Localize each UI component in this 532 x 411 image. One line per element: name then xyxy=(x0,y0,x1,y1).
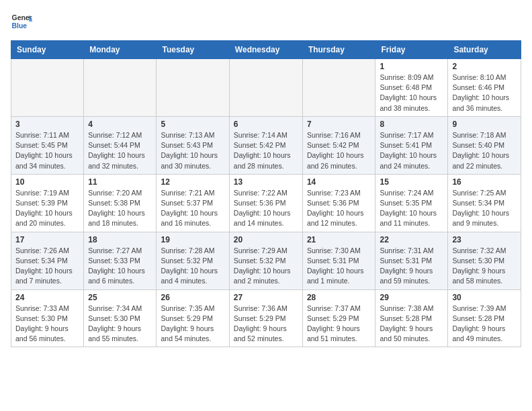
calendar-cell xyxy=(84,59,157,117)
day-info: Sunrise: 7:11 AM Sunset: 5:45 PM Dayligh… xyxy=(15,130,79,171)
calendar-cell: 23Sunrise: 7:32 AM Sunset: 5:30 PM Dayli… xyxy=(448,232,521,289)
calendar-cell: 10Sunrise: 7:19 AM Sunset: 5:39 PM Dayli… xyxy=(11,174,84,232)
day-number: 21 xyxy=(307,235,371,244)
calendar-cell: 1Sunrise: 8:09 AM Sunset: 6:48 PM Daylig… xyxy=(375,59,448,117)
day-info: Sunrise: 7:33 AM Sunset: 5:30 PM Dayligh… xyxy=(15,304,79,345)
calendar-cell: 25Sunrise: 7:34 AM Sunset: 5:30 PM Dayli… xyxy=(84,289,157,347)
weekday-thursday: Thursday xyxy=(302,41,375,59)
day-info: Sunrise: 7:14 AM Sunset: 5:42 PM Dayligh… xyxy=(234,130,298,171)
weekday-saturday: Saturday xyxy=(448,41,521,59)
calendar-cell: 19Sunrise: 7:28 AM Sunset: 5:32 PM Dayli… xyxy=(157,232,229,289)
calendar-cell: 20Sunrise: 7:29 AM Sunset: 5:32 PM Dayli… xyxy=(229,232,302,289)
calendar-table: SundayMondayTuesdayWednesdayThursdayFrid… xyxy=(11,40,521,347)
day-info: Sunrise: 7:38 AM Sunset: 5:28 PM Dayligh… xyxy=(380,304,443,345)
calendar-cell: 27Sunrise: 7:36 AM Sunset: 5:29 PM Dayli… xyxy=(229,289,302,347)
day-info: Sunrise: 7:31 AM Sunset: 5:31 PM Dayligh… xyxy=(380,246,443,287)
day-number: 17 xyxy=(15,235,79,244)
calendar-cell: 2Sunrise: 8:10 AM Sunset: 6:46 PM Daylig… xyxy=(448,59,521,117)
day-number: 2 xyxy=(452,62,517,71)
day-info: Sunrise: 8:10 AM Sunset: 6:46 PM Dayligh… xyxy=(452,73,517,113)
day-info: Sunrise: 7:12 AM Sunset: 5:44 PM Dayligh… xyxy=(88,130,152,171)
day-number: 11 xyxy=(88,177,152,187)
day-info: Sunrise: 7:30 AM Sunset: 5:31 PM Dayligh… xyxy=(307,246,371,287)
calendar-cell: 29Sunrise: 7:38 AM Sunset: 5:28 PM Dayli… xyxy=(375,289,448,347)
day-info: Sunrise: 7:35 AM Sunset: 5:29 PM Dayligh… xyxy=(161,304,224,345)
day-number: 4 xyxy=(88,120,152,129)
calendar-week-5: 24Sunrise: 7:33 AM Sunset: 5:30 PM Dayli… xyxy=(11,289,521,347)
day-number: 28 xyxy=(307,293,371,302)
day-number: 5 xyxy=(161,120,224,129)
day-info: Sunrise: 7:21 AM Sunset: 5:37 PM Dayligh… xyxy=(161,188,224,229)
day-number: 6 xyxy=(234,120,298,129)
calendar-cell: 13Sunrise: 7:22 AM Sunset: 5:36 PM Dayli… xyxy=(229,174,302,232)
calendar-cell: 11Sunrise: 7:20 AM Sunset: 5:38 PM Dayli… xyxy=(84,174,157,232)
calendar-cell xyxy=(11,59,84,117)
svg-text:Blue: Blue xyxy=(12,22,28,30)
calendar-cell: 16Sunrise: 7:25 AM Sunset: 5:34 PM Dayli… xyxy=(448,174,521,232)
day-number: 23 xyxy=(452,235,517,244)
day-number: 9 xyxy=(452,120,517,129)
calendar-cell: 12Sunrise: 7:21 AM Sunset: 5:37 PM Dayli… xyxy=(157,174,229,232)
day-number: 13 xyxy=(234,177,298,187)
day-info: Sunrise: 7:26 AM Sunset: 5:34 PM Dayligh… xyxy=(15,246,79,287)
calendar-cell xyxy=(302,59,375,117)
calendar-cell: 22Sunrise: 7:31 AM Sunset: 5:31 PM Dayli… xyxy=(375,232,448,289)
calendar-cell xyxy=(157,59,229,117)
day-number: 25 xyxy=(88,293,152,302)
day-info: Sunrise: 8:09 AM Sunset: 6:48 PM Dayligh… xyxy=(380,73,443,113)
calendar-week-3: 10Sunrise: 7:19 AM Sunset: 5:39 PM Dayli… xyxy=(11,174,521,232)
day-info: Sunrise: 7:29 AM Sunset: 5:32 PM Dayligh… xyxy=(234,246,298,287)
day-info: Sunrise: 7:25 AM Sunset: 5:34 PM Dayligh… xyxy=(452,188,517,229)
day-info: Sunrise: 7:18 AM Sunset: 5:40 PM Dayligh… xyxy=(452,130,517,171)
weekday-wednesday: Wednesday xyxy=(229,41,302,59)
calendar-cell: 14Sunrise: 7:23 AM Sunset: 5:36 PM Dayli… xyxy=(302,174,375,232)
day-info: Sunrise: 7:37 AM Sunset: 5:29 PM Dayligh… xyxy=(307,304,371,345)
day-info: Sunrise: 7:39 AM Sunset: 5:28 PM Dayligh… xyxy=(452,304,517,345)
day-info: Sunrise: 7:24 AM Sunset: 5:35 PM Dayligh… xyxy=(380,188,443,229)
day-info: Sunrise: 7:32 AM Sunset: 5:30 PM Dayligh… xyxy=(452,246,517,287)
day-number: 15 xyxy=(380,177,443,187)
day-info: Sunrise: 7:16 AM Sunset: 5:42 PM Dayligh… xyxy=(307,130,371,171)
day-info: Sunrise: 7:19 AM Sunset: 5:39 PM Dayligh… xyxy=(15,188,79,229)
day-info: Sunrise: 7:17 AM Sunset: 5:41 PM Dayligh… xyxy=(380,130,443,171)
calendar-cell: 24Sunrise: 7:33 AM Sunset: 5:30 PM Dayli… xyxy=(11,289,84,347)
day-number: 12 xyxy=(161,177,224,187)
day-number: 24 xyxy=(15,293,79,302)
day-number: 29 xyxy=(380,293,443,302)
calendar-cell: 17Sunrise: 7:26 AM Sunset: 5:34 PM Dayli… xyxy=(11,232,84,289)
day-number: 10 xyxy=(15,177,79,187)
day-info: Sunrise: 7:34 AM Sunset: 5:30 PM Dayligh… xyxy=(88,304,152,345)
calendar-cell xyxy=(229,59,302,117)
calendar-week-4: 17Sunrise: 7:26 AM Sunset: 5:34 PM Dayli… xyxy=(11,232,521,289)
day-number: 22 xyxy=(380,235,443,244)
weekday-monday: Monday xyxy=(84,41,157,59)
calendar-cell: 6Sunrise: 7:14 AM Sunset: 5:42 PM Daylig… xyxy=(229,116,302,174)
day-number: 8 xyxy=(380,120,443,129)
calendar-cell: 30Sunrise: 7:39 AM Sunset: 5:28 PM Dayli… xyxy=(448,289,521,347)
calendar-cell: 18Sunrise: 7:27 AM Sunset: 5:33 PM Dayli… xyxy=(84,232,157,289)
calendar-week-2: 3Sunrise: 7:11 AM Sunset: 5:45 PM Daylig… xyxy=(11,116,521,174)
weekday-friday: Friday xyxy=(375,41,448,59)
day-number: 7 xyxy=(307,120,371,129)
calendar-cell: 7Sunrise: 7:16 AM Sunset: 5:42 PM Daylig… xyxy=(302,116,375,174)
day-info: Sunrise: 7:20 AM Sunset: 5:38 PM Dayligh… xyxy=(88,188,152,229)
calendar-cell: 5Sunrise: 7:13 AM Sunset: 5:43 PM Daylig… xyxy=(157,116,229,174)
weekday-tuesday: Tuesday xyxy=(157,41,229,59)
calendar-body: 1Sunrise: 8:09 AM Sunset: 6:48 PM Daylig… xyxy=(11,59,521,347)
day-number: 26 xyxy=(161,293,224,302)
day-info: Sunrise: 7:27 AM Sunset: 5:33 PM Dayligh… xyxy=(88,246,152,287)
day-number: 18 xyxy=(88,235,152,244)
calendar-cell: 28Sunrise: 7:37 AM Sunset: 5:29 PM Dayli… xyxy=(302,289,375,347)
day-info: Sunrise: 7:23 AM Sunset: 5:36 PM Dayligh… xyxy=(307,188,371,229)
calendar-header: SundayMondayTuesdayWednesdayThursdayFrid… xyxy=(11,41,521,59)
day-number: 19 xyxy=(161,235,224,244)
day-info: Sunrise: 7:28 AM Sunset: 5:32 PM Dayligh… xyxy=(161,246,224,287)
day-number: 20 xyxy=(234,235,298,244)
calendar-cell: 9Sunrise: 7:18 AM Sunset: 5:40 PM Daylig… xyxy=(448,116,521,174)
day-info: Sunrise: 7:36 AM Sunset: 5:29 PM Dayligh… xyxy=(234,304,298,345)
calendar-cell: 15Sunrise: 7:24 AM Sunset: 5:35 PM Dayli… xyxy=(375,174,448,232)
day-number: 3 xyxy=(15,120,79,129)
logo: General Blue xyxy=(11,11,32,32)
day-number: 1 xyxy=(380,62,443,71)
calendar-cell: 26Sunrise: 7:35 AM Sunset: 5:29 PM Dayli… xyxy=(157,289,229,347)
